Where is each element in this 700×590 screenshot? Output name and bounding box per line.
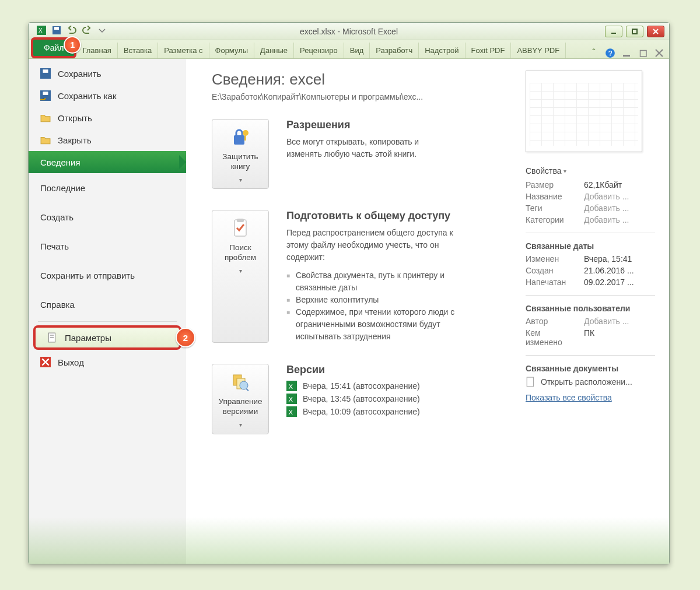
qat-more-icon[interactable] [97,26,107,37]
manage-versions-button[interactable]: Управление версиями ▾ [212,364,269,434]
tab-layout[interactable]: Разметка с [158,43,209,58]
prop-last-modified-by: Кем измененоПК [526,328,655,347]
open-location-button[interactable]: Открыть расположени... [526,377,655,387]
sidebar-item-exit[interactable]: Выход [29,351,186,373]
doc-minimize-icon[interactable] [621,48,632,58]
related-dates-heading: Связанные даты [526,241,655,251]
show-all-properties-link[interactable]: Показать все свойства [526,393,612,402]
section-prepare: Поиск проблем ▾ Подготовить к общему дос… [212,210,512,343]
section-permissions: Защитить книгу ▾ Разрешения Все могут от… [212,119,512,189]
svg-rect-8 [623,55,630,57]
prepare-heading: Подготовить к общему доступу [286,210,456,222]
excel-file-icon: X [286,381,297,391]
sidebar-item-label: Последние [40,183,85,193]
maximize-button[interactable] [626,26,643,37]
sidebar-item-print[interactable]: Печать [29,231,186,261]
versions-heading: Версии [286,364,420,376]
tab-developer[interactable]: Разработч [370,43,419,58]
version-row[interactable]: XВчера, 13:45 (автосохранение) [286,394,420,404]
tab-insert[interactable]: Вставка [118,43,158,58]
sidebar-item-recent[interactable]: Последние [29,173,186,202]
undo-icon[interactable] [67,26,76,37]
sidebar-item-open[interactable]: Открыть [29,107,186,129]
properties-dropdown[interactable]: Свойства [526,166,655,175]
page-title: Сведения: excel [212,71,512,89]
doc-restore-icon[interactable] [638,48,648,58]
sidebar-item-label: Печать [40,241,69,251]
backstage-sidebar: Сохранить Сохранить как Открыть Закрыть … [29,59,186,564]
close-button[interactable] [647,26,664,37]
ribbon-tabs: Файл 1 Главная Вставка Разметка с Формул… [29,40,669,59]
check-issues-button[interactable]: Поиск проблем ▾ [212,210,269,343]
tab-addins[interactable]: Надстрой [419,43,465,58]
sidebar-item-save-as[interactable]: Сохранить как [29,85,186,107]
tab-foxit[interactable]: Foxit PDF [466,43,512,58]
divider [526,233,655,233]
ribbon-caption-buttons: ˆ ? [589,48,669,58]
section-versions: Управление версиями ▾ Версии XВчера, 15:… [212,364,512,434]
versions-body: Версии XВчера, 15:41 (автосохранение) XВ… [286,364,420,434]
sidebar-item-save[interactable]: Сохранить [29,62,186,85]
save-icon[interactable] [52,26,61,37]
sidebar-item-info[interactable]: Сведения [29,151,186,173]
sidebar-item-label: Выход [58,357,84,367]
sidebar-item-label: Сохранить [58,69,102,79]
excel-file-icon: X [286,394,297,404]
help-icon[interactable]: ? [605,48,615,58]
svg-rect-22 [237,219,244,222]
ribbon-minimize-icon[interactable]: ˆ [589,48,599,58]
version-row[interactable]: XВчера, 10:09 (автосохранение) [286,406,420,417]
versions-icon [230,371,251,392]
prop-created: Создан21.06.2016 ... [526,266,655,275]
tab-view[interactable]: Вид [344,43,370,58]
options-icon [47,332,58,343]
svg-rect-5 [632,29,637,34]
sidebar-divider [38,321,177,322]
window-title: excel.xlsx - Microsoft Excel [29,27,669,36]
related-documents-heading: Связанные документы [526,364,655,373]
doc-close-icon[interactable] [654,48,664,58]
minimize-button[interactable] [605,26,622,37]
redo-icon[interactable] [82,26,92,37]
prop-name[interactable]: НазваниеДобавить ... [526,192,655,201]
related-users-heading: Связанные пользователи [526,304,655,313]
clipboard-check-icon [230,217,251,238]
tab-abbyy[interactable]: ABBYY PDF [511,43,566,58]
divider [526,295,655,296]
app-window: X excel.xlsx - Microsoft Excel Файл 1 Гл… [28,22,670,564]
prop-tags[interactable]: ТегиДобавить ... [526,203,655,213]
file-path: E:\Заработок\Копирайт\Компьютеры и прогр… [212,92,512,101]
sidebar-item-label: Создать [40,212,74,222]
svg-rect-18 [234,135,244,145]
svg-rect-4 [611,33,616,34]
protect-workbook-label: Защитить книгу [216,152,265,172]
svg-rect-26 [246,388,249,391]
document-thumbnail [526,71,642,152]
backstage-view: Сохранить Сохранить как Открыть Закрыть … [29,59,669,564]
svg-text:X: X [288,383,293,390]
prop-modified: ИзмененВчера, 15:41 [526,254,655,264]
sidebar-item-help[interactable]: Справка [29,290,186,319]
manage-versions-label: Управление версиями [216,397,265,417]
prop-author[interactable]: АвторДобавить ... [526,317,655,326]
sidebar-item-new[interactable]: Создать [29,202,186,231]
tab-file[interactable]: Файл 1 [31,37,76,58]
sidebar-item-options[interactable]: Параметры 2 [33,325,181,350]
svg-rect-9 [640,51,647,57]
prepare-body: Подготовить к общему доступу Перед распр… [286,210,456,343]
protect-workbook-button[interactable]: Защитить книгу ▾ [212,119,269,189]
tab-review[interactable]: Рецензиро [294,43,344,58]
quick-access-toolbar: X [29,26,115,37]
svg-text:X: X [38,27,43,34]
tab-formulas[interactable]: Формулы [209,43,255,58]
tab-home[interactable]: Главная [76,43,117,58]
sidebar-item-close[interactable]: Закрыть [29,129,186,151]
version-row[interactable]: XВчера, 15:41 (автосохранение) [286,381,420,391]
tab-data[interactable]: Данные [254,43,294,58]
annotation-2: 2 [176,328,195,347]
prepare-bullets: Свойства документа, путь к принтеру и св… [286,269,456,343]
prop-categories[interactable]: КатегорииДобавить ... [526,215,655,224]
svg-rect-33 [527,377,533,387]
permissions-heading: Разрешения [286,119,456,131]
sidebar-item-save-send[interactable]: Сохранить и отправить [29,261,186,290]
